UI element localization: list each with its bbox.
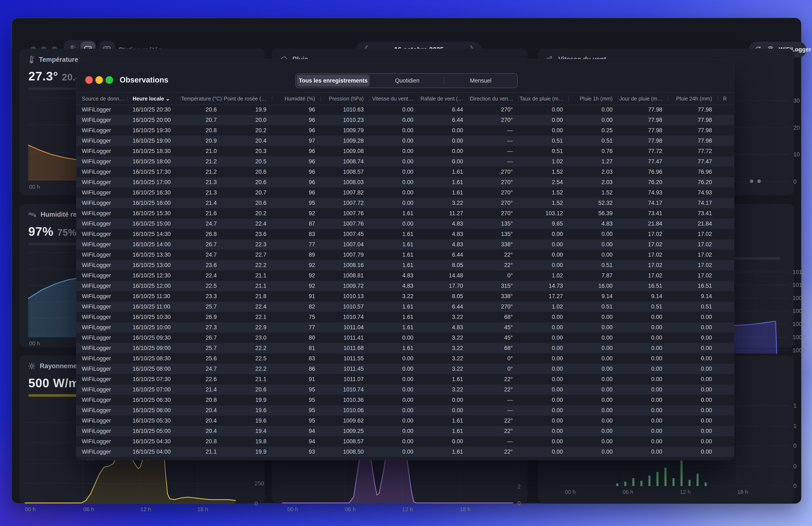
table-cell: 25.7 [180,303,222,310]
table-row[interactable]: WiFiLogger16/10/25 10:0027.322.9771011.0… [76,322,734,332]
table-cell: 0.00 [668,397,717,403]
modal-zoom-button[interactable] [105,76,113,84]
table-cell: 17.02 [668,231,717,237]
column-header[interactable]: Humidité (%) [272,96,321,102]
table-cell: 1010.63 [321,106,369,113]
table-row[interactable]: WiFiLogger16/10/25 08:0024.722.2861011.4… [76,364,734,374]
table-row[interactable]: WiFiLogger16/10/25 19:3020.820.2961009.7… [76,125,734,136]
column-header[interactable]: Heure locale ⌄ [127,96,180,102]
table-row[interactable]: WiFiLogger16/10/25 08:3025.622.5831011.5… [76,353,734,364]
table-row[interactable]: WiFiLogger16/10/25 06:3020.819.9951010.3… [76,395,734,405]
table-cell: 0.00 [518,355,568,362]
table-row[interactable]: WiFiLogger16/10/25 04:0021.119.9931008.5… [76,447,734,457]
column-header[interactable]: Vitesse du vent… [369,96,419,102]
table-cell: 0.00 [668,438,717,445]
tab-monthly[interactable]: Mensuel [444,74,517,88]
table-row[interactable]: WiFiLogger16/10/25 13:3024.722.7891007.7… [76,250,734,260]
table-cell: 0.00 [568,386,618,393]
table-cell: 0.00 [568,376,618,383]
tab-all-records[interactable]: Tous les enregistrements [297,75,369,87]
table-cell: 0.00 [369,200,419,206]
table-row[interactable]: WiFiLogger16/10/25 17:0021.320.6961008.0… [76,177,734,187]
table-row[interactable]: WiFiLogger16/10/25 11:0025.722.4821010.5… [76,301,734,312]
table-row[interactable]: WiFiLogger16/10/25 17:3021.220.6961008.5… [76,167,734,177]
column-header[interactable]: Source de donn… [76,96,127,102]
temperature-value: 27.3° [28,69,58,83]
table-row[interactable]: WiFiLogger16/10/25 09:3026.723.0801011.4… [76,332,734,343]
table-cell: 4.83 [419,221,468,227]
table-row[interactable]: WiFiLogger16/10/25 14:3026.823.6831007.4… [76,229,734,239]
table-cell: WiFiLogger [76,106,127,113]
table-row[interactable]: WiFiLogger16/10/25 04:3020.819.8941008.5… [76,436,734,447]
table-cell: 22° [468,252,518,258]
table-row[interactable]: WiFiLogger16/10/25 20:3020.619.9961010.6… [76,104,734,115]
table-cell: WiFiLogger [76,179,127,186]
table-cell: 20.4 [180,407,222,414]
table-cell: 22.4 [180,272,222,279]
table-cell: 2.03 [568,179,618,186]
table-cell: 16/10/25 14:30 [127,231,180,237]
table-row[interactable]: WiFiLogger16/10/25 10:3026.922.1751010.7… [76,312,734,322]
table-cell: WiFiLogger [76,293,127,300]
tab-daily[interactable]: Quotidien [371,74,444,88]
table-cell: 20.6 [222,386,272,393]
table-cell: 23.6 [180,262,222,269]
table-cell: 22° [468,417,518,424]
table-row[interactable]: WiFiLogger16/10/25 12:3022.421.1921008.8… [76,270,734,281]
table-cell: 270° [468,303,518,310]
table-row[interactable]: WiFiLogger16/10/25 12:0022.521.1921009.7… [76,281,734,291]
table-cell: 17.02 [618,262,668,269]
column-header[interactable]: Pression (hPa) [321,96,369,102]
column-header[interactable]: Taux de pluie (m… [518,96,568,102]
table-cell: 1.52 [568,189,618,196]
table-row[interactable]: WiFiLogger16/10/25 19:0020.920.4971009.2… [76,136,734,146]
column-header[interactable]: Point de rosée (… [222,96,272,102]
table-row[interactable]: WiFiLogger16/10/25 05:0020.419.4941009.2… [76,426,734,436]
table-cell: WiFiLogger [76,366,127,372]
table-row[interactable]: WiFiLogger16/10/25 14:0026.722.3771007.0… [76,239,734,250]
table-cell: 21.1 [180,449,222,455]
table-cell: 83 [272,231,321,237]
table-cell: 17.02 [618,252,668,258]
table-cell: 16/10/25 04:00 [127,449,180,455]
table-cell: 16/10/25 05:30 [127,417,180,424]
column-header[interactable]: Pluie 1h (mm) [568,96,618,102]
table-cell: 0.00 [668,335,717,341]
table-row[interactable]: WiFiLogger16/10/25 15:3021.620.2921007.7… [76,208,734,218]
table-row[interactable]: WiFiLogger16/10/25 05:3020.419.6951009.6… [76,415,734,426]
column-header[interactable]: Rafale de vent (… [419,96,468,102]
table-row[interactable]: WiFiLogger16/10/25 11:3023.321.8911010.1… [76,291,734,301]
column-header[interactable]: Température (°C) [180,96,222,102]
axis-label: 12 h [402,506,413,513]
table-row[interactable]: WiFiLogger16/10/25 18:0021.220.5961008.7… [76,156,734,167]
table-row[interactable]: WiFiLogger16/10/25 06:0020.419.6951010.0… [76,405,734,415]
table-cell: 1.61 [369,345,419,352]
table-row[interactable]: WiFiLogger16/10/25 09:0025.722.2811011.6… [76,343,734,353]
table-row[interactable]: WiFiLogger16/10/25 16:0021.420.6951007.7… [76,198,734,208]
table-row[interactable]: WiFiLogger16/10/25 07:0021.420.6951010.7… [76,384,734,395]
table-cell: 0.00 [568,117,618,123]
table-row[interactable]: WiFiLogger16/10/25 13:0023.622.2921008.1… [76,260,734,270]
table-cell: 94 [272,438,321,445]
table-cell: 24.7 [180,252,222,258]
table-row[interactable]: WiFiLogger16/10/25 15:0024.722.4871007.7… [76,218,734,229]
column-header[interactable]: Pluie 24h (mm) [668,96,717,102]
column-header[interactable]: Direction du ven… [468,96,518,102]
column-header[interactable]: Jour de pluie (m… [618,96,668,102]
table-row[interactable]: WiFiLogger16/10/25 03:3021.219.9921008.0… [76,457,734,460]
table-row[interactable]: WiFiLogger16/10/25 20:0020.720.0961010.2… [76,115,734,125]
table-cell: 1.61 [419,169,468,175]
table-row[interactable]: WiFiLogger16/10/25 18:3021.020.3961009.0… [76,146,734,156]
modal-close-button[interactable] [85,76,93,84]
table-row[interactable]: WiFiLogger16/10/25 16:3021.320.7961007.8… [76,187,734,198]
axis-label: 30 [793,97,800,104]
table-cell: 16/10/25 15:30 [127,210,180,217]
table-cell: 0.00 [369,221,419,227]
modal-minimize-button[interactable] [96,76,103,84]
table-row[interactable]: WiFiLogger16/10/25 07:3022.621.1911011.0… [76,374,734,384]
table-cell: WiFiLogger [76,148,127,155]
table-cell: 17.02 [668,272,717,279]
table-cell: 0.00 [369,386,419,393]
column-header[interactable]: R [717,96,734,102]
table-cell: 16/10/25 03:30 [127,459,180,460]
